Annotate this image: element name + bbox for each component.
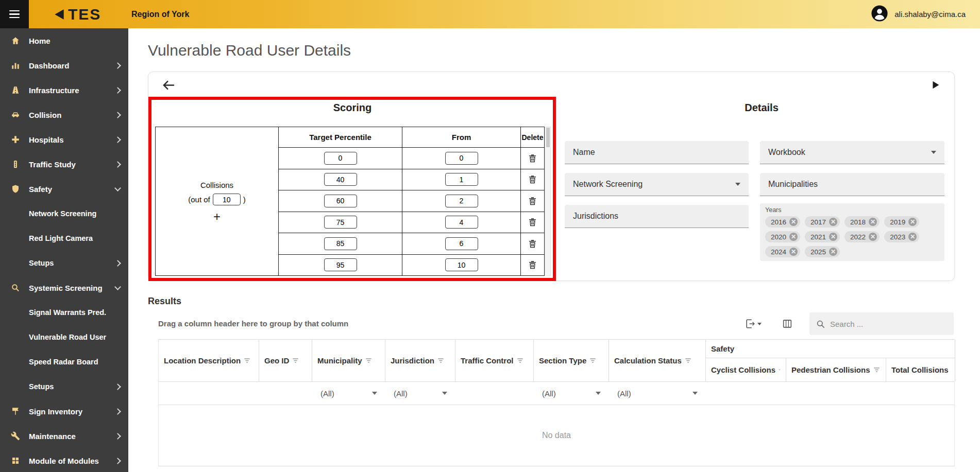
from-input[interactable] xyxy=(445,195,478,207)
sidebar-item-maintenance[interactable]: Maintenance xyxy=(0,424,128,448)
sidebar-item-safety-setups[interactable]: Setups xyxy=(0,251,128,275)
remove-year-icon[interactable]: ✕ xyxy=(789,248,798,256)
delete-row-button[interactable] xyxy=(527,196,538,206)
header-filter-icon[interactable] xyxy=(437,357,444,364)
jurisdiction-filter-select[interactable]: (All) xyxy=(385,382,455,405)
sidebar-item-network-screening[interactable]: Network Screening xyxy=(0,201,128,226)
header-filter-icon[interactable] xyxy=(589,357,596,364)
remove-year-icon[interactable]: ✕ xyxy=(829,218,837,226)
delete-row-button[interactable] xyxy=(527,238,538,249)
sidebar-item-traffic-study[interactable]: Traffic Study xyxy=(0,152,128,177)
from-input[interactable] xyxy=(445,152,478,165)
search-box[interactable] xyxy=(809,312,954,335)
chevron-right-icon xyxy=(114,260,121,267)
remove-year-icon[interactable]: ✕ xyxy=(869,218,877,226)
from-input[interactable] xyxy=(445,173,478,186)
export-button[interactable] xyxy=(745,318,762,329)
target-percentile-input[interactable] xyxy=(324,258,357,271)
jurisdictions-field[interactable]: Jurisdictions xyxy=(565,205,749,228)
section-type-filter-select[interactable]: (All) xyxy=(534,382,609,405)
avatar[interactable] xyxy=(871,5,888,24)
sidebar-item-systemic-setups[interactable]: Setups xyxy=(0,374,128,399)
sidebar-item-collision[interactable]: Collision xyxy=(0,102,128,127)
sidebar-item-infrastructure[interactable]: Infrastructure xyxy=(0,78,128,102)
target-percentile-input[interactable] xyxy=(324,152,357,165)
remove-year-icon[interactable]: ✕ xyxy=(789,218,798,226)
add-row-button[interactable]: + xyxy=(213,212,221,222)
from-input[interactable] xyxy=(445,258,478,271)
remove-year-icon[interactable]: ✕ xyxy=(829,248,837,256)
remove-year-icon[interactable]: ✕ xyxy=(829,233,837,241)
column-header-pedestrian-collisions[interactable]: Pedestrian Collisions xyxy=(786,358,886,381)
column-chooser-button[interactable] xyxy=(782,318,793,329)
from-input[interactable] xyxy=(445,237,478,250)
chevron-right-icon xyxy=(114,433,121,440)
sidebar-item-safety[interactable]: Safety xyxy=(0,177,128,201)
column-chooser-icon xyxy=(782,318,793,329)
header-filter-icon[interactable] xyxy=(517,357,523,364)
remove-year-icon[interactable]: ✕ xyxy=(789,233,798,241)
header-filter-icon[interactable] xyxy=(873,366,880,373)
chevron-down-icon xyxy=(692,392,698,395)
sidebar-item-dashboard[interactable]: Dashboard xyxy=(0,53,128,78)
target-percentile-input[interactable] xyxy=(324,173,357,186)
header-filter-icon[interactable] xyxy=(779,366,781,373)
sidebar-item-vulnerable-road-user[interactable]: Vulnerable Road User xyxy=(0,325,128,349)
delete-row-button[interactable] xyxy=(527,174,538,185)
hamburger-menu-button[interactable] xyxy=(0,0,29,28)
header-filter-icon[interactable] xyxy=(244,357,250,364)
remove-year-icon[interactable]: ✕ xyxy=(908,218,917,226)
chevron-right-icon xyxy=(114,62,121,69)
sidebar-item-red-light-camera[interactable]: Red Light Camera xyxy=(0,226,128,251)
home-icon xyxy=(9,36,22,45)
network-screening-select[interactable]: Network Screening xyxy=(565,173,749,196)
scoring-table-wrap: Collisions (out of ) + Target Percentile… xyxy=(155,127,545,276)
sidebar: Home Dashboard Infrastructure Collision … xyxy=(0,28,128,472)
municipality-filter-select[interactable]: (All) xyxy=(312,382,385,405)
sidebar-item-signal-warrants-pred[interactable]: Signal Warrants Pred. xyxy=(0,300,128,325)
column-header-traffic-control[interactable]: Traffic Control xyxy=(455,340,534,381)
header-filter-icon[interactable] xyxy=(685,357,691,364)
header-filter-icon[interactable] xyxy=(292,357,299,364)
column-header-location-description[interactable]: Location Description xyxy=(159,340,259,381)
year-chip: 2024✕ xyxy=(765,246,800,257)
sidebar-item-systemic-screening[interactable]: Systemic Screening xyxy=(0,275,128,300)
column-header-calculation-status[interactable]: Calculation Status xyxy=(609,340,706,381)
workbook-select[interactable]: Workbook xyxy=(760,141,944,164)
target-percentile-input[interactable] xyxy=(324,195,357,207)
sidebar-item-hospitals[interactable]: Hospitals xyxy=(0,127,128,152)
from-input[interactable] xyxy=(445,216,478,229)
out-of-input[interactable] xyxy=(213,194,241,205)
scrollbar-thumb[interactable] xyxy=(546,128,550,147)
delete-row-button[interactable] xyxy=(527,259,538,270)
target-percentile-input[interactable] xyxy=(324,237,357,250)
year-chip: 2021✕ xyxy=(805,231,840,242)
years-field[interactable]: Years 2016✕ 2017✕ 2018✕ 2019✕ 2020✕ 2021… xyxy=(760,203,944,261)
tes-logo: TES xyxy=(53,6,101,23)
column-header-geo-id[interactable]: Geo ID xyxy=(259,340,312,381)
sidebar-item-home[interactable]: Home xyxy=(0,28,128,53)
municipalities-field[interactable]: Municipalities xyxy=(760,173,944,196)
column-header-total-collisions[interactable]: Total Collisions xyxy=(886,358,955,381)
run-button[interactable] xyxy=(930,79,941,91)
delete-row-button[interactable] xyxy=(527,153,538,164)
sidebar-item-sign-inventory[interactable]: Sign Inventory xyxy=(0,399,128,424)
column-header-cyclist-collisions[interactable]: Cyclist Collisions xyxy=(706,358,786,381)
name-field[interactable]: Name xyxy=(565,141,749,164)
create-filter-button[interactable]: Create Filter xyxy=(158,466,955,472)
sidebar-item-speed-radar-board[interactable]: Speed Radar Board xyxy=(0,349,128,374)
header-filter-icon[interactable] xyxy=(365,357,372,364)
scoring-scrollbar[interactable] xyxy=(545,127,551,276)
details-section-title: Details xyxy=(684,102,839,114)
sidebar-item-module-of-modules[interactable]: Module of Modules xyxy=(0,448,128,472)
column-header-section-type[interactable]: Section Type xyxy=(534,340,609,381)
back-button[interactable] xyxy=(162,78,176,92)
target-percentile-input[interactable] xyxy=(324,216,357,229)
column-header-municipality[interactable]: Municipality xyxy=(312,340,385,381)
column-header-jurisdiction[interactable]: Jurisdiction xyxy=(385,340,455,381)
search-input[interactable] xyxy=(830,320,933,328)
remove-year-icon[interactable]: ✕ xyxy=(908,233,917,241)
calculation-status-filter-select[interactable]: (All) xyxy=(609,382,706,405)
remove-year-icon[interactable]: ✕ xyxy=(869,233,877,241)
delete-row-button[interactable] xyxy=(527,217,538,228)
